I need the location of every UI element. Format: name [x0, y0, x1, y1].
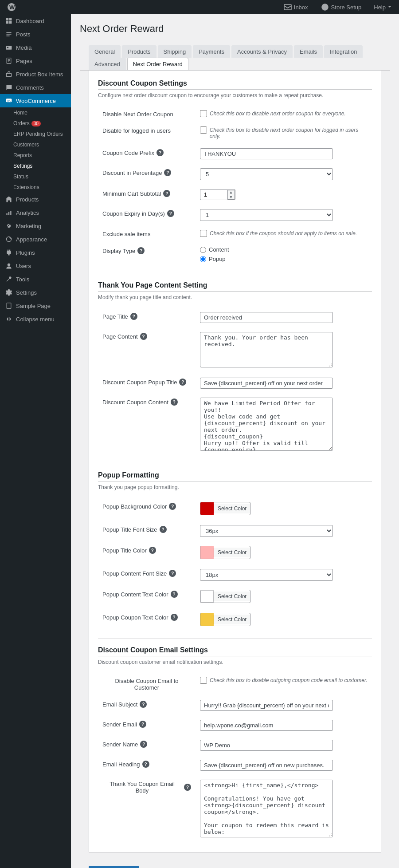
wp-logo[interactable]: W [4, 0, 20, 14]
email-body-label: Thank You Coupon Email Body [102, 781, 182, 794]
woo-sub-reports[interactable]: Reports [0, 150, 71, 161]
tab-shipping[interactable]: Shipping [158, 45, 192, 58]
popup-title-font-size-help[interactable]: ? [160, 526, 167, 533]
popup-title-help[interactable]: ? [179, 379, 186, 386]
page-title-input[interactable] [200, 312, 333, 323]
email-heading-input[interactable] [200, 760, 333, 771]
sender-email-input[interactable] [200, 720, 333, 731]
email-heading-help[interactable]: ? [142, 761, 149, 768]
sidebar-item-users[interactable]: Users [0, 259, 71, 272]
popup-title-color-btn[interactable]: Select Color [200, 546, 250, 559]
email-subject-input[interactable] [200, 700, 333, 711]
admin-bar-right: Inbox Store Setup Help [280, 0, 395, 14]
sidebar-item-marketing[interactable]: Marketing [0, 219, 71, 233]
inbox-button[interactable]: Inbox [280, 0, 312, 14]
woo-sub-erp[interactable]: ERP Pending Orders [0, 129, 71, 139]
sender-name-input[interactable] [200, 740, 333, 751]
sender-name-help[interactable]: ? [140, 741, 147, 748]
sidebar-products-label: Products [16, 196, 39, 203]
svg-rect-9 [6, 34, 11, 35]
row-popup-content-font-size: Popup Content Font Size ? 10px12px14px16… [98, 564, 372, 585]
sidebar-analytics-label: Analytics [16, 209, 39, 216]
sidebar-item-media[interactable]: Media [0, 41, 71, 54]
popup-title-color-help[interactable]: ? [149, 547, 156, 554]
sidebar-item-posts[interactable]: Posts [0, 28, 71, 41]
sidebar-item-collapse[interactable]: Collapse menu [0, 312, 71, 326]
min-cart-up[interactable]: ▲ [227, 190, 235, 195]
min-cart-input-wrap: ▲ ▼ [200, 189, 235, 200]
store-setup-button[interactable]: Store Setup [317, 0, 365, 14]
coupon-prefix-input[interactable] [200, 148, 333, 159]
woo-sub-status[interactable]: Status [0, 171, 71, 182]
sidebar-item-tools[interactable]: Tools [0, 272, 71, 286]
radio-content[interactable] [200, 247, 206, 253]
sidebar-sample-page-label: Sample Page [16, 303, 51, 309]
popup-title-input[interactable] [200, 378, 333, 389]
email-body-textarea[interactable]: <strong>Hi {first_name},</strong> Congra… [200, 780, 333, 837]
tab-products[interactable]: Products [122, 45, 156, 58]
sidebar-item-analytics[interactable]: Analytics [0, 206, 71, 219]
coupon-expiry-help[interactable]: ? [167, 210, 174, 217]
display-type-help[interactable]: ? [137, 247, 145, 254]
woo-sub-customers[interactable]: Customers [0, 139, 71, 150]
sender-email-help[interactable]: ? [139, 721, 146, 728]
popup-title-font-size-select[interactable]: 12px14px16px18px20px24px28px32px36px40px… [200, 525, 333, 537]
admin-bar: W Inbox Store Setup Help [0, 0, 399, 14]
tab-emails[interactable]: Emails [294, 45, 323, 58]
popup-coupon-text-color-help[interactable]: ? [171, 614, 178, 621]
popup-content-text-color-btn[interactable]: Select Color [200, 590, 250, 603]
svg-rect-11 [6, 46, 12, 50]
sidebar-item-appearance[interactable]: Appearance [0, 233, 71, 246]
svg-point-28 [8, 263, 10, 266]
sidebar-item-products[interactable]: Products [0, 193, 71, 206]
popup-bg-color-help[interactable]: ? [169, 503, 176, 510]
sidebar-item-dashboard[interactable]: Dashboard [0, 14, 71, 28]
help-button[interactable]: Help [370, 0, 395, 14]
disable-coupon-email-checkbox[interactable] [200, 677, 207, 684]
min-cart-down[interactable]: ▼ [227, 195, 235, 200]
page-title-help[interactable]: ? [130, 313, 137, 320]
row-min-cart: Minimum Cart Subtotal ? ▲ ▼ [98, 185, 372, 205]
popup-content-font-size-select[interactable]: 10px12px14px16px18px20px24px [200, 569, 333, 581]
disable-logged-in-checkbox[interactable] [200, 126, 207, 134]
discount-pct-select[interactable]: 123451015202530 [200, 168, 333, 180]
woo-sub-extensions[interactable]: Extensions [0, 182, 71, 193]
popup-coupon-text-color-btn[interactable]: Select Color [200, 613, 250, 626]
tab-accounts-privacy[interactable]: Accounts & Privacy [231, 45, 293, 58]
coupon-content-textarea[interactable]: We have Limited Period Offer for you!! U… [200, 398, 333, 451]
discount-pct-help[interactable]: ? [164, 169, 171, 176]
popup-content-font-size-help[interactable]: ? [169, 570, 176, 577]
disable-next-order-checkbox[interactable] [200, 110, 207, 117]
popup-bg-color-btn[interactable]: Select Color [200, 502, 250, 515]
woo-sub-settings[interactable]: Settings [0, 161, 71, 171]
tab-general[interactable]: General [89, 45, 121, 58]
sidebar-item-woocommerce[interactable]: WC WooCommerce [0, 94, 71, 107]
email-body-help[interactable]: ? [184, 784, 191, 791]
exclude-sale-checkbox[interactable] [200, 230, 207, 237]
sidebar-item-plugins[interactable]: Plugins [0, 246, 71, 259]
coupon-content-help[interactable]: ? [171, 398, 178, 406]
sidebar-item-settings[interactable]: Settings [0, 286, 71, 299]
radio-popup[interactable] [200, 256, 206, 262]
coupon-prefix-help[interactable]: ? [156, 149, 164, 156]
popup-content-text-color-help[interactable]: ? [171, 591, 178, 598]
tab-next-order-reward[interactable]: Next Order Reward [127, 58, 188, 70]
min-cart-help[interactable]: ? [163, 190, 170, 197]
coupon-expiry-select[interactable]: 123571430 [200, 209, 333, 221]
tab-integration[interactable]: Integration [324, 45, 363, 58]
tab-advanced[interactable]: Advanced [89, 58, 126, 70]
sidebar-item-sample-page[interactable]: Sample Page [0, 299, 71, 312]
tab-payments[interactable]: Payments [193, 45, 230, 58]
email-subject-help[interactable]: ? [140, 701, 147, 708]
woo-sub-home[interactable]: Home [0, 107, 71, 118]
sidebar-settings-label: Settings [16, 289, 37, 296]
woo-sub-orders[interactable]: Orders 30 [0, 118, 71, 129]
sidebar-item-comments[interactable]: Comments [0, 81, 71, 94]
page-content-textarea[interactable]: Thank you. Your order has been received. [200, 332, 333, 367]
inbox-label: Inbox [294, 4, 308, 11]
save-changes-button[interactable]: Save changes [89, 866, 139, 868]
page-content-help[interactable]: ? [140, 333, 147, 340]
sidebar-item-product-box[interactable]: Product Box Items [0, 67, 71, 81]
svg-rect-4 [6, 18, 9, 21]
sidebar-item-pages[interactable]: Pages [0, 54, 71, 67]
